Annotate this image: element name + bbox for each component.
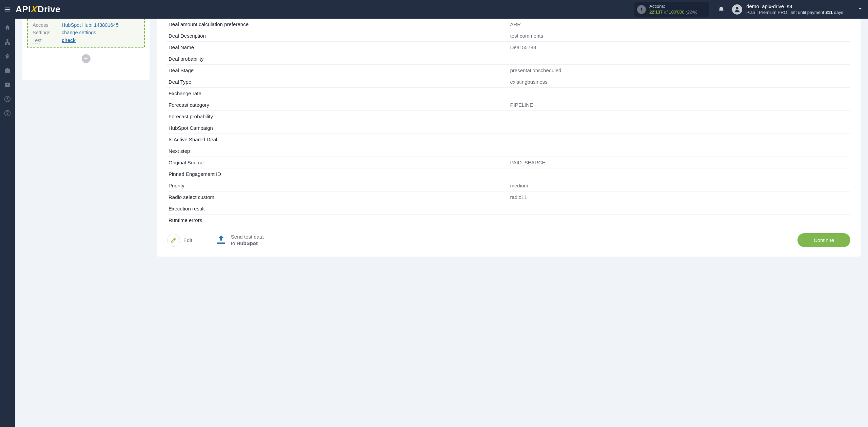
row-key: Deal probability — [167, 53, 509, 65]
table-row: Forecast probability — [167, 111, 850, 122]
table-row: Execution result — [167, 203, 850, 215]
plan-suffix: days — [834, 10, 843, 15]
row-key: Forecast probability — [167, 111, 509, 122]
logo-text-x: X — [30, 4, 38, 15]
row-key: Runtime errors — [167, 215, 509, 226]
logo-text-post: Drive — [38, 4, 61, 15]
actions-values: 22'137 of 100'000 (22%) — [649, 9, 697, 15]
actions-used: 22'137 — [649, 9, 663, 15]
nav-home[interactable] — [0, 21, 15, 35]
row-value — [509, 122, 851, 134]
nav-billing[interactable] — [0, 49, 15, 63]
actions-total: 100'000 — [669, 9, 685, 15]
row-value — [509, 145, 851, 157]
panel-actions: Edit Send test data to HubSpot Continue — [167, 233, 850, 247]
row-key: Is Active Shared Deal — [167, 134, 509, 145]
sitemap-icon — [4, 39, 11, 45]
nav-video[interactable] — [0, 78, 15, 92]
table-row: Is Active Shared Deal — [167, 134, 850, 145]
svg-point-7 — [7, 97, 8, 99]
user-menu[interactable]: demo_apix-drive_s3 Plan | Premium PRO | … — [732, 3, 863, 15]
table-row: Original SourcePAID_SEARCH — [167, 157, 850, 168]
home-icon — [4, 24, 11, 31]
table-row: Pinned Engagement ID — [167, 168, 850, 180]
dollar-icon — [4, 53, 11, 60]
test-data-panel: Deal amount calculation preferenceARRDea… — [157, 19, 861, 257]
row-value — [509, 134, 851, 145]
row-key: Execution result — [167, 203, 509, 215]
send-line2-bold: HubSpot — [237, 240, 258, 246]
step-access-link[interactable]: HubSpot Hub: 143801645 — [62, 22, 119, 28]
nav-account[interactable] — [0, 92, 15, 106]
row-key: Next step — [167, 145, 509, 157]
row-value: PIPELINE — [509, 99, 851, 111]
actions-counter[interactable]: Actions: 22'137 of 100'000 (22%) — [634, 2, 709, 17]
row-value: existingbusiness — [509, 76, 851, 88]
svg-point-9 — [7, 114, 8, 115]
step-test-label: Test — [33, 37, 62, 44]
edit-button[interactable]: Edit — [167, 234, 192, 247]
row-value: radio11 — [509, 191, 851, 203]
send-line2: to HubSpot — [231, 240, 264, 247]
step-test-link[interactable]: check — [62, 38, 76, 43]
add-step-button[interactable]: + — [82, 54, 91, 63]
row-key: Pinned Engagement ID — [167, 168, 509, 180]
top-header: API X Drive Actions: 22'137 of 100'000 (… — [0, 0, 868, 19]
actions-pct: (22%) — [684, 9, 697, 15]
step-settings-label: Settings — [33, 29, 62, 36]
nav-help[interactable] — [0, 106, 15, 120]
row-value — [509, 111, 851, 122]
data-table: Deal amount calculation preferenceARRDea… — [167, 19, 850, 226]
main-area: Access HubSpot Hub: 143801645 Settings c… — [15, 19, 868, 427]
svg-rect-1 — [641, 9, 642, 11]
table-row: Forecast categoryPIPELINE — [167, 99, 850, 111]
step-access-label: Access — [33, 21, 62, 29]
actions-text: Actions: 22'137 of 100'000 (22%) — [649, 4, 697, 15]
actions-label: Actions: — [649, 4, 697, 9]
table-row: Deal amount calculation preferenceARR — [167, 19, 850, 30]
menu-toggle[interactable] — [0, 0, 15, 19]
table-row: Deal Stagepresentationscheduled — [167, 65, 850, 76]
nav-connections[interactable] — [0, 35, 15, 49]
row-value: test comments — [509, 30, 851, 42]
table-row: Deal NameDeal 55783 — [167, 42, 850, 53]
send-line2-pre: to — [231, 240, 237, 246]
row-key: Deal Name — [167, 42, 509, 53]
step-settings-link[interactable]: change settings — [62, 30, 96, 35]
briefcase-icon — [4, 67, 11, 74]
plan-prefix: Plan | — [746, 10, 757, 15]
table-row: Deal Typeexistingbusiness — [167, 76, 850, 88]
edit-label: Edit — [183, 237, 192, 243]
steps-panel: Access HubSpot Hub: 143801645 Settings c… — [22, 19, 150, 80]
continue-button[interactable]: Continue — [797, 233, 850, 247]
row-value — [509, 88, 851, 99]
send-test-text: Send test data to HubSpot — [231, 234, 264, 247]
row-key: Radio select custom — [167, 191, 509, 203]
row-key: Deal amount calculation preference — [167, 19, 509, 30]
row-value — [509, 215, 851, 226]
plus-icon: + — [84, 56, 88, 62]
nav-services[interactable] — [0, 63, 15, 78]
plan-days: 311 — [825, 10, 833, 15]
user-plan: Plan | Premium PRO | left until payment … — [746, 10, 843, 15]
user-menu-chevron — [847, 6, 863, 13]
send-line1: Send test data — [231, 234, 264, 240]
hamburger-icon — [4, 6, 11, 13]
pencil-icon — [171, 237, 177, 243]
info-icon — [637, 5, 646, 14]
send-test-button[interactable]: Send test data to HubSpot — [215, 234, 264, 247]
row-value: presentationscheduled — [509, 65, 851, 76]
upload-icon — [215, 234, 227, 247]
row-value — [509, 203, 851, 215]
help-icon — [4, 110, 11, 117]
bell-icon — [718, 6, 725, 13]
svg-rect-5 — [8, 43, 9, 44]
avatar — [732, 4, 742, 15]
table-row: Exchange rate — [167, 88, 850, 99]
notifications-button[interactable] — [715, 6, 727, 13]
table-row: Deal probability — [167, 53, 850, 65]
table-row: Deal Descriptiontest comments — [167, 30, 850, 42]
actions-of: of — [663, 9, 669, 15]
logo[interactable]: API X Drive — [15, 4, 60, 15]
table-row: Prioritymedium — [167, 180, 850, 191]
